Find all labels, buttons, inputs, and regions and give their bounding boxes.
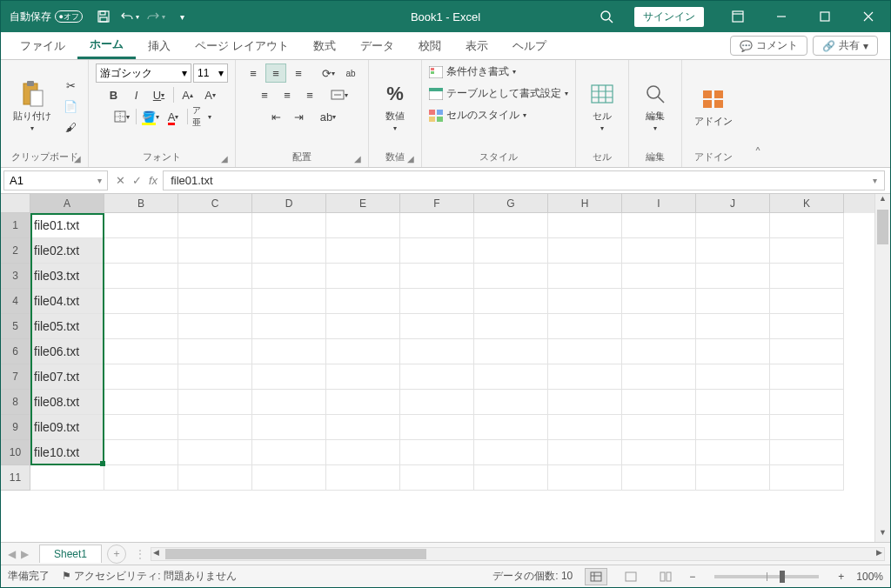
cut-icon[interactable]: ✂: [60, 76, 81, 95]
cell[interactable]: [622, 465, 696, 491]
cell[interactable]: [400, 213, 474, 238]
cell[interactable]: [474, 289, 548, 314]
align-middle-button[interactable]: ≡: [265, 63, 286, 83]
align-top-button[interactable]: ≡: [243, 63, 264, 83]
cell[interactable]: [326, 440, 400, 465]
cell[interactable]: [696, 364, 770, 390]
cell[interactable]: [770, 339, 844, 364]
cell[interactable]: [104, 339, 178, 364]
cell[interactable]: [252, 390, 326, 415]
formula-bar[interactable]: file01.txt▾: [163, 170, 885, 190]
cell[interactable]: [400, 390, 474, 415]
close-button[interactable]: [847, 1, 890, 32]
cell[interactable]: [770, 213, 844, 238]
row-header[interactable]: 3: [1, 264, 30, 289]
addins-button[interactable]: アドイン: [689, 82, 738, 131]
cell[interactable]: [770, 314, 844, 339]
cell[interactable]: [548, 390, 622, 415]
cell[interactable]: [326, 415, 400, 440]
row-header[interactable]: 9: [1, 415, 30, 440]
zoom-in-button[interactable]: +: [838, 571, 844, 583]
cell[interactable]: [548, 339, 622, 364]
cell[interactable]: [178, 339, 252, 364]
cell[interactable]: [548, 364, 622, 390]
col-header-i[interactable]: I: [622, 194, 696, 213]
cell[interactable]: [548, 289, 622, 314]
row-header[interactable]: 5: [1, 314, 30, 339]
cell-styles-button[interactable]: セルのスタイル ▾: [429, 107, 526, 124]
cell[interactable]: [696, 465, 770, 491]
save-icon[interactable]: [91, 4, 116, 29]
clipboard-launcher-icon[interactable]: ◢: [74, 154, 81, 164]
cell[interactable]: [548, 264, 622, 289]
maximize-button[interactable]: [803, 1, 847, 32]
share-button[interactable]: 🔗 共有 ▾: [813, 36, 878, 56]
col-header-c[interactable]: C: [178, 194, 252, 213]
cell[interactable]: [104, 213, 178, 238]
cell[interactable]: [252, 364, 326, 390]
bold-button[interactable]: B: [104, 85, 124, 104]
cell[interactable]: [326, 314, 400, 339]
view-normal-icon[interactable]: [585, 568, 607, 585]
conditional-formatting-button[interactable]: 条件付き書式 ▾: [429, 63, 516, 80]
cell[interactable]: [252, 289, 326, 314]
cell[interactable]: [622, 289, 696, 314]
collapse-ribbon-icon[interactable]: ˄: [745, 60, 771, 167]
alignment-launcher-icon[interactable]: ◢: [354, 154, 361, 164]
cell[interactable]: file04.txt: [30, 289, 104, 314]
enter-formula-icon[interactable]: ✓: [132, 174, 142, 187]
cell[interactable]: [548, 440, 622, 465]
new-sheet-button[interactable]: ＋: [107, 545, 126, 564]
cell[interactable]: [770, 440, 844, 465]
cell[interactable]: [104, 364, 178, 390]
cell[interactable]: [474, 213, 548, 238]
tab-formulas[interactable]: 数式: [301, 32, 348, 59]
cell[interactable]: [474, 465, 548, 491]
cell[interactable]: [104, 440, 178, 465]
cell[interactable]: [548, 213, 622, 238]
cell[interactable]: file02.txt: [30, 238, 104, 264]
name-box[interactable]: A1▾: [3, 170, 108, 190]
status-accessibility[interactable]: ⚑ アクセシビリティ: 問題ありません: [62, 569, 237, 584]
cell[interactable]: [548, 415, 622, 440]
vertical-scrollbar[interactable]: ▲ ▼: [874, 194, 890, 542]
cell[interactable]: [30, 465, 104, 491]
cell[interactable]: file06.txt: [30, 339, 104, 364]
cell[interactable]: [400, 264, 474, 289]
tab-page-layout[interactable]: ページ レイアウト: [183, 32, 301, 59]
signin-button[interactable]: サインイン: [634, 7, 704, 27]
cell[interactable]: [178, 390, 252, 415]
cell[interactable]: [696, 390, 770, 415]
cell[interactable]: [622, 440, 696, 465]
cell[interactable]: [104, 390, 178, 415]
cell[interactable]: [326, 390, 400, 415]
col-header-d[interactable]: D: [252, 194, 326, 213]
cell[interactable]: [474, 264, 548, 289]
cell[interactable]: [252, 238, 326, 264]
editing-button[interactable]: 編集 ▾: [636, 77, 674, 136]
view-page-layout-icon[interactable]: [620, 568, 642, 585]
view-page-break-icon[interactable]: [654, 568, 677, 585]
tab-file[interactable]: ファイル: [8, 32, 77, 59]
cell[interactable]: [326, 264, 400, 289]
cell[interactable]: [548, 238, 622, 264]
cell[interactable]: [104, 264, 178, 289]
shrink-font-button[interactable]: A▾: [200, 85, 221, 104]
cell[interactable]: file07.txt: [30, 364, 104, 390]
ribbon-display-icon[interactable]: [716, 1, 760, 32]
cell[interactable]: [178, 213, 252, 238]
cell[interactable]: [696, 289, 770, 314]
cell[interactable]: [770, 465, 844, 491]
cell[interactable]: [252, 415, 326, 440]
cell[interactable]: [252, 264, 326, 289]
cell[interactable]: [474, 364, 548, 390]
cell[interactable]: file09.txt: [30, 415, 104, 440]
cell[interactable]: [770, 238, 844, 264]
cell[interactable]: [622, 314, 696, 339]
tab-home[interactable]: ホーム: [77, 32, 136, 59]
cell[interactable]: [326, 339, 400, 364]
col-header-b[interactable]: B: [104, 194, 178, 213]
decrease-indent-button[interactable]: ⇤: [265, 107, 286, 126]
phonetic-button[interactable]: ア亜▾: [191, 107, 212, 126]
zoom-out-button[interactable]: −: [689, 571, 695, 583]
